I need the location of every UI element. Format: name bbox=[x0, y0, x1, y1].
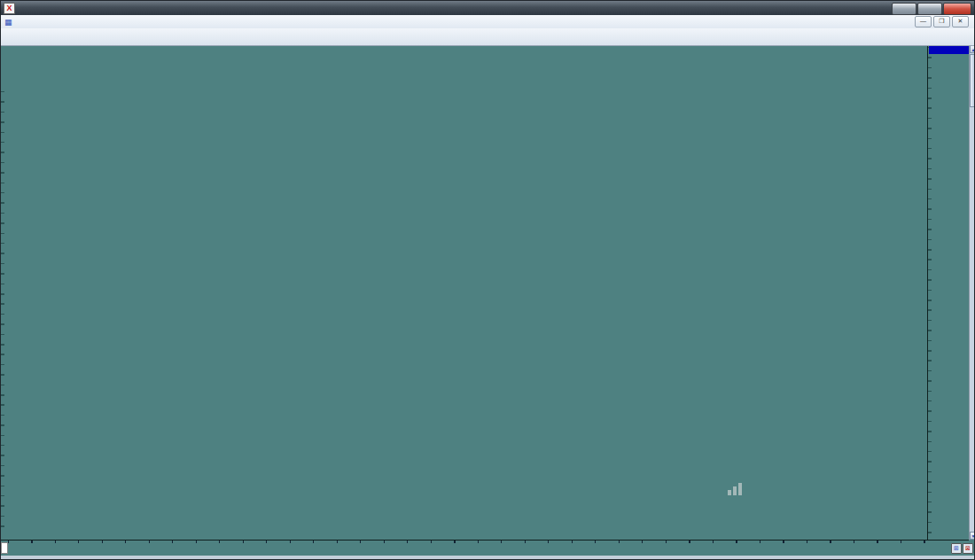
time-axis-corner-box bbox=[1, 542, 8, 554]
price-axis-ticks bbox=[928, 47, 932, 538]
maximize-button[interactable] bbox=[917, 3, 942, 15]
vertical-scrollbar[interactable]: ▲ ▼ bbox=[969, 45, 975, 540]
zoom-in-button[interactable]: ⊞ bbox=[951, 543, 962, 554]
child-window-controls: — ❐ ✕ bbox=[913, 16, 969, 27]
close-button[interactable] bbox=[943, 3, 971, 15]
zoom-out-button[interactable]: ⊠ bbox=[963, 543, 973, 554]
chart-window-icon: ▦ bbox=[4, 18, 12, 27]
time-axis-ticks bbox=[8, 541, 930, 543]
time-axis[interactable] bbox=[1, 540, 969, 556]
menu-bar: ▦ — ❐ ✕ bbox=[1, 15, 974, 29]
patrader-window: X ▦ — ❐ ✕ bbox=[0, 0, 975, 560]
app-icon: X bbox=[4, 3, 15, 14]
title-bar: X bbox=[1, 1, 974, 15]
chart-canvas[interactable] bbox=[1, 45, 927, 556]
window-controls bbox=[891, 3, 971, 15]
toolbar bbox=[1, 28, 974, 46]
left-price-ticks bbox=[1, 91, 4, 534]
child-close-button[interactable]: ✕ bbox=[952, 16, 969, 27]
scroll-up-button[interactable]: ▲ bbox=[970, 45, 975, 53]
minimize-button[interactable] bbox=[892, 3, 916, 15]
child-restore-button[interactable]: ❐ bbox=[933, 16, 950, 27]
scrollbar-thumb[interactable] bbox=[970, 54, 975, 107]
price-axis[interactable] bbox=[927, 45, 970, 540]
scroll-down-button[interactable]: ▼ bbox=[970, 532, 975, 540]
child-minimize-button[interactable]: — bbox=[915, 16, 932, 27]
index-axis-header bbox=[929, 45, 969, 54]
window-bottom-frame bbox=[1, 556, 975, 560]
